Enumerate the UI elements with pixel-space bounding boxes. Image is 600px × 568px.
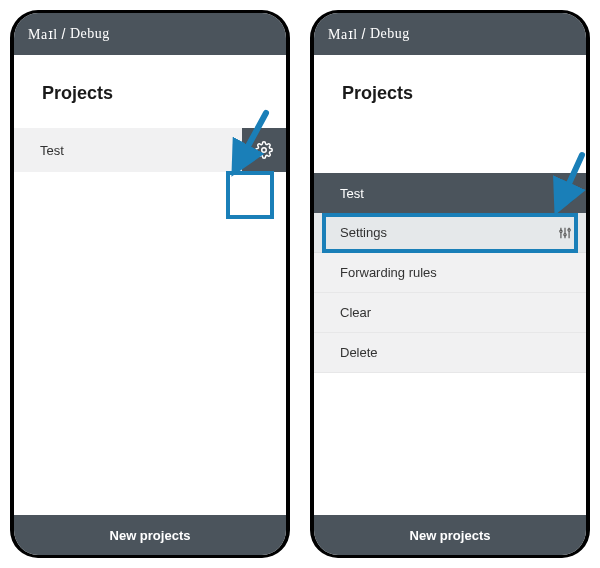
highlight-box-gear: [226, 171, 274, 219]
app-name-slash: /: [362, 26, 366, 42]
project-row-label: Test: [40, 143, 242, 158]
close-menu-button[interactable]: [554, 182, 576, 204]
menu-item-forwarding-rules[interactable]: Forwarding rules: [314, 253, 586, 293]
page-title: Projects: [14, 55, 286, 128]
menu-item-clear[interactable]: Clear: [314, 293, 586, 333]
sliders-icon: [558, 226, 572, 240]
app-name-right: Debug: [370, 26, 410, 42]
footer-label: New projects: [110, 528, 191, 543]
svg-point-2: [560, 230, 562, 232]
phone-right: Maɪl / Debug Projects Test: [310, 10, 590, 558]
svg-point-6: [568, 228, 570, 230]
project-menu-header-label: Test: [340, 186, 554, 201]
gear-icon: [255, 141, 273, 159]
footer-label: New projects: [410, 528, 491, 543]
project-row[interactable]: Test: [14, 128, 286, 172]
app-name-right: Debug: [70, 26, 110, 42]
content-area: Projects Test Settings: [314, 55, 586, 515]
menu-item-label: Settings: [340, 225, 558, 240]
menu-item-label: Delete: [340, 345, 572, 360]
menu-item-delete[interactable]: Delete: [314, 333, 586, 373]
close-icon: [560, 188, 570, 198]
new-projects-button[interactable]: New projects: [314, 515, 586, 555]
app-header: Maɪl / Debug: [314, 13, 586, 55]
phone-left: Maɪl / Debug Projects Test: [10, 10, 290, 558]
svg-point-4: [564, 233, 566, 235]
new-projects-button[interactable]: New projects: [14, 515, 286, 555]
menu-item-label: Forwarding rules: [340, 265, 572, 280]
app-header: Maɪl / Debug: [14, 13, 286, 55]
menu-item-settings[interactable]: Settings: [314, 213, 586, 253]
svg-point-0: [262, 148, 267, 153]
project-menu-header: Test: [314, 173, 586, 213]
app-name-slash: /: [62, 26, 66, 42]
content-area: Projects Test: [14, 55, 286, 515]
project-menu: Test Settings: [314, 173, 586, 373]
menu-item-label: Clear: [340, 305, 572, 320]
project-gear-button[interactable]: [242, 128, 286, 172]
app-name-left: Maɪl: [328, 26, 358, 43]
app-name-left: Maɪl: [28, 26, 58, 43]
page-title: Projects: [314, 55, 586, 128]
